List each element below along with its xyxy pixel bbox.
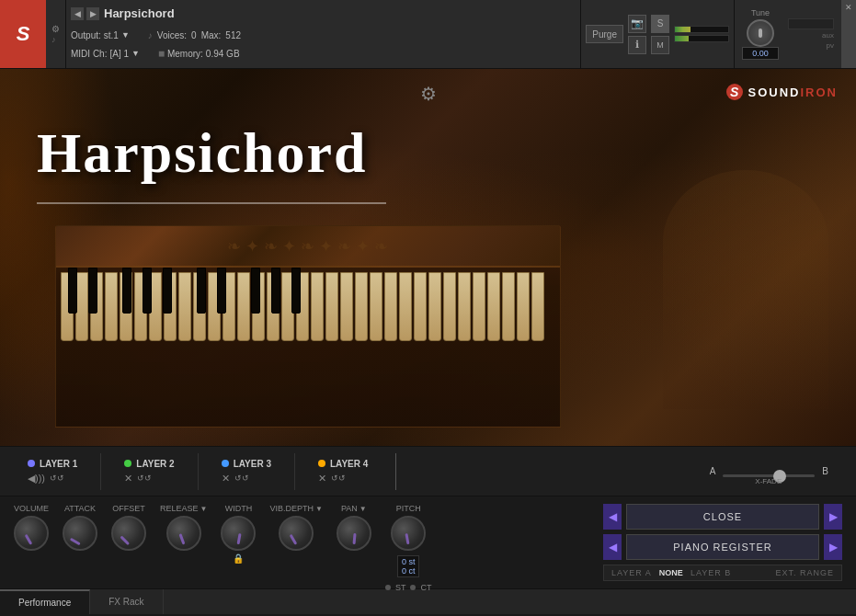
layer-4[interactable]: LAYER 4 ✕ ↺↺ bbox=[304, 454, 382, 489]
svg-text:S: S bbox=[730, 85, 739, 99]
layer-4-label: LAYER 4 bbox=[330, 459, 368, 469]
volume-control: VOLUME bbox=[14, 504, 49, 551]
window-close-button[interactable]: ✕ bbox=[841, 0, 856, 68]
instrument-title: Harpsichord bbox=[104, 6, 175, 20]
layer-1-dot bbox=[28, 460, 35, 467]
aux-label: aux bbox=[788, 31, 834, 40]
layer-2-mute-icon: ✕ bbox=[124, 473, 132, 485]
layer-1-midi-icon: ↺↺ bbox=[50, 473, 64, 483]
offset-knob[interactable] bbox=[111, 516, 146, 551]
output-display: Output: st.1 ▼ bbox=[71, 30, 130, 40]
close-prev-button[interactable]: ◀ bbox=[603, 504, 622, 530]
controls-section: VOLUME ATTACK OFFSET RELEASE ▼ WIDTH bbox=[0, 496, 856, 588]
key-d5 bbox=[487, 272, 500, 341]
info-icon[interactable]: ℹ bbox=[628, 36, 646, 54]
soundiron-logo: S SOUNDIRON bbox=[725, 83, 838, 101]
level-display bbox=[788, 18, 834, 29]
layer-2-dot bbox=[124, 460, 131, 467]
xfade-control[interactable]: X-FADE bbox=[723, 470, 815, 473]
close-row: ◀ CLOSE ▶ bbox=[603, 504, 842, 530]
layer-a-label: LAYER A bbox=[611, 568, 652, 577]
tune-knob[interactable] bbox=[747, 19, 774, 47]
pan-label: PAN bbox=[341, 504, 358, 513]
wizard-silhouette bbox=[663, 170, 828, 409]
camera-icon[interactable]: 📷 bbox=[628, 15, 646, 33]
main-image-area: ⚙ S SOUNDIRON Harpsichord ❧ ✦ ❧ ✦ ❧ ✦ ❧ … bbox=[0, 69, 856, 446]
layer-separator-3 bbox=[294, 453, 295, 490]
title-underline bbox=[37, 202, 386, 204]
layer-1-volume-icon: ◀))) bbox=[28, 473, 45, 485]
layer-1[interactable]: LAYER 1 ◀))) ↺↺ bbox=[14, 454, 91, 489]
vibdepth-knob[interactable] bbox=[279, 516, 314, 551]
voices-icon: ♪ bbox=[148, 30, 153, 40]
pan-control: PAN ▼ bbox=[337, 504, 371, 551]
memory-value: 0.94 GB bbox=[206, 49, 240, 59]
side-controls: aux pv bbox=[788, 18, 834, 50]
nav-prev-button[interactable]: ◀ bbox=[71, 7, 84, 20]
ext-range-label: EXT. RANGE bbox=[775, 568, 834, 577]
black-key bbox=[217, 268, 226, 314]
layer-b-label: LAYER B bbox=[691, 568, 731, 577]
register-prev-button[interactable]: ◀ bbox=[603, 534, 622, 560]
pan-knob[interactable] bbox=[337, 516, 371, 551]
black-key bbox=[163, 268, 172, 314]
voices-label: Voices: bbox=[157, 30, 187, 40]
key-f5 bbox=[517, 272, 530, 341]
purge-button[interactable]: Purge bbox=[586, 25, 623, 43]
layer-separator-1 bbox=[100, 453, 101, 490]
middle-controls: Purge 📷 ℹ S M bbox=[580, 0, 735, 68]
voices-value: 0 bbox=[191, 30, 197, 40]
piano-register-button[interactable]: PIANO REGISTER bbox=[626, 534, 819, 560]
right-controls: ◀ CLOSE ▶ ◀ PIANO REGISTER ▶ LAYER A NON… bbox=[603, 504, 842, 581]
output-dropdown-arrow[interactable]: ▼ bbox=[121, 30, 130, 40]
layer-separator-2 bbox=[198, 453, 199, 490]
key-b3 bbox=[355, 272, 368, 341]
settings-s-icon[interactable]: S bbox=[651, 15, 669, 33]
key-d4 bbox=[384, 272, 397, 341]
key-c5 bbox=[473, 272, 485, 341]
midi-dropdown-arrow[interactable]: ▼ bbox=[131, 49, 140, 58]
tab-performance[interactable]: Performance bbox=[0, 589, 90, 614]
lock-icon: 🔒 bbox=[233, 553, 244, 564]
attack-knob[interactable] bbox=[63, 516, 97, 551]
release-indicator bbox=[178, 533, 185, 544]
xfade-section: A X-FADE B bbox=[696, 466, 842, 476]
top-bar: S ⚙ ♪ ◀ ▶ Harpsichord Output: st.1 ▼ ♪ V… bbox=[0, 0, 856, 69]
bottom-tabs: Performance FX Rack bbox=[0, 588, 856, 614]
gear-settings-icon[interactable]: ⚙ bbox=[420, 83, 437, 105]
midi-icon[interactable]: M bbox=[651, 36, 669, 54]
max-value: 512 bbox=[225, 30, 241, 40]
ct-label: CT bbox=[420, 583, 431, 592]
register-section: LAYER A NONE LAYER B EXT. RANGE bbox=[603, 565, 842, 581]
pitch-knob[interactable] bbox=[391, 516, 426, 551]
black-key bbox=[271, 268, 280, 314]
key-g4 bbox=[428, 272, 441, 341]
layer-3-midi-icon: ↺↺ bbox=[234, 473, 249, 483]
tab-fx-rack[interactable]: FX Rack bbox=[90, 589, 163, 614]
pitch-label: PITCH bbox=[396, 504, 421, 513]
register-next-button[interactable]: ▶ bbox=[824, 534, 842, 560]
layer-3[interactable]: LAYER 3 ✕ ↺↺ bbox=[208, 454, 285, 489]
layer-2-midi-icon: ↺↺ bbox=[137, 473, 152, 483]
offset-indicator bbox=[120, 535, 130, 545]
close-next-button[interactable]: ▶ bbox=[824, 504, 842, 530]
volume-knob[interactable] bbox=[14, 516, 49, 551]
soundiron-text: SOUNDIRON bbox=[748, 84, 838, 100]
offset-control: OFFSET bbox=[111, 504, 146, 551]
layer-section: LAYER 1 ◀))) ↺↺ LAYER 2 ✕ ↺↺ LAYER 3 ✕ ↺… bbox=[0, 446, 856, 496]
ct-led bbox=[410, 585, 416, 590]
key-g5 bbox=[531, 272, 544, 341]
layer-2[interactable]: LAYER 2 ✕ ↺↺ bbox=[110, 454, 188, 489]
release-knob[interactable] bbox=[166, 516, 201, 551]
black-key bbox=[143, 268, 152, 314]
level-meter-bar2 bbox=[674, 35, 729, 42]
carved-ornament: ❧ ✦ ❧ ✦ ❧ ✦ ❧ ✦ ❧ bbox=[227, 236, 388, 257]
width-knob[interactable] bbox=[221, 516, 256, 551]
close-button[interactable]: CLOSE bbox=[626, 504, 819, 530]
midi-label: MIDI Ch: bbox=[71, 49, 107, 59]
none-option[interactable]: NONE bbox=[659, 568, 683, 577]
nav-next-button[interactable]: ▶ bbox=[86, 7, 99, 20]
pitch-indicator bbox=[405, 533, 410, 544]
vibdepth-indicator bbox=[290, 534, 298, 545]
width-control: WIDTH 🔒 bbox=[221, 504, 256, 564]
